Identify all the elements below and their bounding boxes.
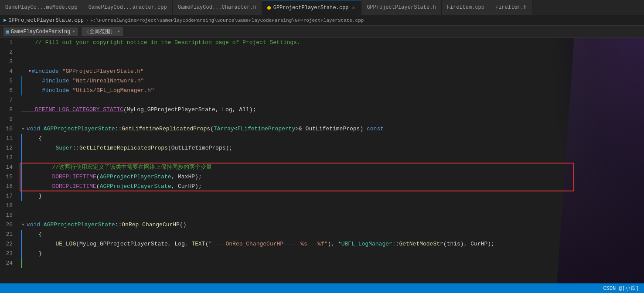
highlighted-region: //这两行使用宏定义了该类中需要在网络上保持同步的两个变量 DOREPLIFET…	[20, 163, 644, 191]
line-num-11: 11	[0, 134, 16, 143]
code-line-15: DOREPLIFETIME(AGPProjectPlayerState, Max…	[20, 172, 644, 182]
project-selector[interactable]: ▦ GamePlayCodeParsing ▾	[3, 27, 78, 36]
status-text: CSDN @[小瓜]	[603, 285, 639, 292]
line-num-13: 13	[0, 153, 16, 163]
tab-label: FireItem.cpp	[447, 4, 484, 10]
line-num-3: 3	[0, 57, 16, 67]
code-line-18	[20, 201, 644, 211]
tab-gameplaycomemode[interactable]: GamePlayCo...meMode.cpp	[0, 0, 83, 15]
line-num-24: 24	[0, 259, 16, 268]
code-line-11: {	[20, 134, 644, 143]
code-line-23: }	[20, 249, 644, 259]
scope-label: （全局范围）	[84, 28, 116, 35]
fold-indicator-10[interactable]	[21, 124, 25, 134]
tab-label: GamePlayCo...meMode.cpp	[5, 4, 78, 10]
code-line-1: // Fill out your copyright notice in the…	[20, 38, 644, 48]
line-num-8: 8	[0, 105, 16, 115]
code-line-5: #include "Net/UnrealNetwork.h"	[20, 76, 644, 86]
line-num-14: 14	[0, 163, 16, 172]
toolbar-bar: ▦ GamePlayCodeParsing ▾ （全局范围） ▾	[0, 26, 644, 38]
tab-gameplaycharacter-h[interactable]: GamePlayCod...Character.h	[173, 0, 262, 15]
tab-label: GamePlayCod...Character.h	[178, 4, 256, 10]
code-line-24	[20, 259, 644, 268]
tab-label: FireItem.h	[495, 4, 527, 10]
breadcrumb-bar: ► GPProjectPlayerState.cpp › F:\FUnrealE…	[0, 15, 644, 26]
line-num-5: 5	[0, 76, 16, 86]
line-num-22: 22	[0, 239, 16, 249]
tab-label: GPProjectPlayerState.cpp	[273, 5, 349, 11]
line-num-4: 4	[0, 67, 16, 76]
code-line-14: //这两行使用宏定义了该类中需要在网络上保持同步的两个变量	[20, 163, 644, 172]
tab-gameplaycharacter-cpp[interactable]: GamePlayCod...aracter.cpp	[83, 0, 173, 15]
code-line-10: void AGPProjectPlayerState::GetLifetimeR…	[20, 124, 644, 134]
line-num-1: 1	[0, 38, 16, 48]
line-num-2: 2	[0, 48, 16, 57]
tab-gpprojectplayerstate-h[interactable]: GPProjectPlayerState.h	[361, 0, 441, 15]
code-line-16: DOREPLIFETIME(AGPProjectPlayerState, Cur…	[20, 182, 644, 191]
breadcrumb-path: F:\FUnrealEngineProject\GamePlayCodePars…	[90, 18, 364, 23]
line-num-23: 23	[0, 249, 16, 259]
file-icon: ►	[3, 17, 7, 24]
line-num-9: 9	[0, 115, 16, 124]
status-bar: CSDN @[小瓜]	[0, 283, 644, 293]
line-num-21: 21	[0, 230, 16, 239]
line-num-10: 10	[0, 124, 16, 134]
scope-dropdown-icon: ▾	[117, 28, 120, 35]
tab-gpprojectplayerstate-cpp[interactable]: GPProjectPlayerState.cpp ✕	[262, 0, 361, 15]
code-line-3	[20, 57, 644, 67]
line-num-17: 17	[0, 191, 16, 201]
code-line-9	[20, 115, 644, 124]
code-line-13	[20, 153, 644, 163]
line-num-18: 18	[0, 201, 16, 211]
line-num-12: 12	[0, 143, 16, 153]
code-line-20: void AGPProjectPlayerState::OnRep_Change…	[20, 220, 644, 230]
fold-indicator-20[interactable]	[21, 220, 25, 230]
breadcrumb-filename[interactable]: GPProjectPlayerState.cpp	[8, 17, 84, 24]
tab-fireitem-h[interactable]: FireItem.h	[490, 0, 532, 15]
line-num-15: 15	[0, 172, 16, 182]
project-name: GamePlayCodeParsing	[11, 29, 71, 35]
close-tab-button[interactable]: ✕	[351, 4, 356, 11]
line-num-6: 6	[0, 86, 16, 95]
code-line-22: UE_LOG(MyLog_GPProjectPlayerState, Log, …	[20, 239, 644, 249]
code-line-8: DEFINE_LOG_CATEGORY_STATIC(MyLog_GPProje…	[20, 105, 644, 115]
line-num-19: 19	[0, 211, 16, 220]
modified-indicator	[267, 6, 271, 10]
code-line-7	[20, 95, 644, 105]
editor-area: 1 2 3 4 5 6 7 8 9 10 11 12 13 14 15 16 1…	[0, 38, 644, 283]
tab-bar: GamePlayCo...meMode.cpp GamePlayCod...ar…	[0, 0, 644, 15]
code-line-2	[20, 48, 644, 57]
tab-label: GamePlayCod...aracter.cpp	[89, 4, 167, 10]
code-content[interactable]: // Fill out your copyright notice in the…	[20, 38, 644, 283]
tab-fireitem-cpp[interactable]: FireItem.cpp	[442, 0, 490, 15]
code-line-17: }	[20, 191, 644, 201]
scope-selector[interactable]: （全局范围） ▾	[82, 27, 123, 36]
code-line-12: Super::GetLifetimeReplicatedProps(OutLif…	[20, 143, 644, 153]
code-line-21: {	[20, 230, 644, 239]
code-line-4: ▾#include "GPProjectPlayerState.h"	[20, 67, 644, 76]
line-num-16: 16	[0, 182, 16, 191]
line-numbers: 1 2 3 4 5 6 7 8 9 10 11 12 13 14 15 16 1…	[0, 38, 20, 283]
breadcrumb-separator: ›	[85, 17, 89, 24]
line-num-20: 20	[0, 220, 16, 230]
project-dropdown-icon: ▾	[72, 28, 75, 35]
code-line-19	[20, 211, 644, 220]
line-num-7: 7	[0, 95, 16, 105]
tab-label: GPProjectPlayerState.h	[367, 4, 436, 10]
code-line-6: #include "Utils/BFL_LogManager.h"	[20, 86, 644, 95]
